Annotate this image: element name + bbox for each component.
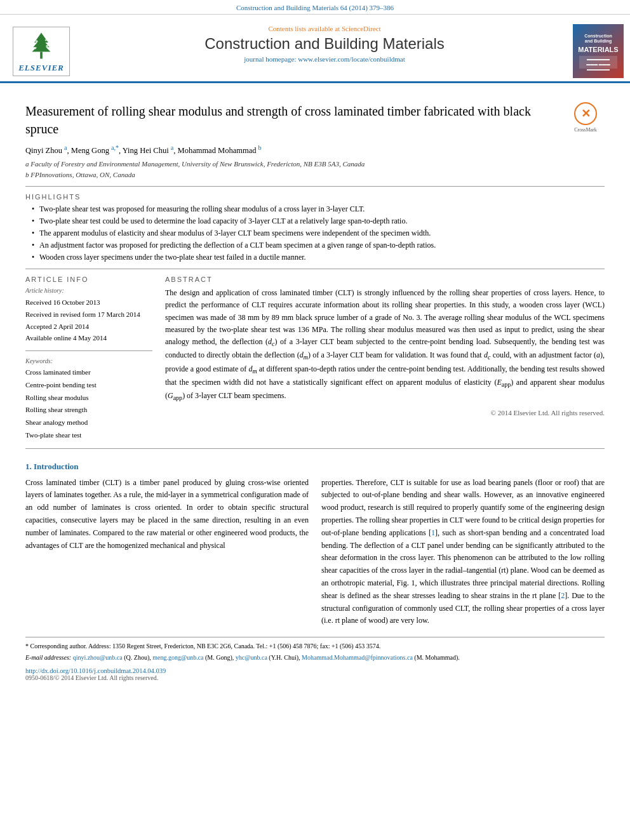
corresponding-footnote: * Corresponding author. Address: 1350 Re… — [25, 641, 605, 651]
highlight-item: Two-plate shear test could be used to de… — [32, 217, 605, 226]
crossmark-circle: ✕ — [574, 102, 597, 125]
citation-text: Construction and Building Materials 64 (… — [236, 4, 394, 11]
abstract-text: The design and application of cross lami… — [165, 287, 605, 404]
article-info: ARTICLE INFO Article history: Received 1… — [25, 276, 152, 442]
authors-line: Qinyi Zhou a, Meng Gong a,*, Ying Hei Ch… — [25, 144, 605, 156]
crossmark-badge: ✕ CrossMark — [566, 102, 605, 134]
date-accepted: Accepted 2 April 2014 — [25, 321, 152, 333]
keyword: Two-plate shear test — [25, 429, 152, 442]
info-abstract-row: ARTICLE INFO Article history: Received 1… — [25, 276, 605, 442]
sciencedirect-link: Contents lists available at ScienceDirec… — [89, 25, 560, 32]
journal-title: Construction and Building Materials — [89, 35, 560, 53]
svg-point-5 — [45, 39, 47, 41]
affiliations: a Faculty of Forestry and Environmental … — [25, 159, 605, 180]
divider-1 — [25, 186, 605, 187]
journal-homepage: journal homepage: www.elsevier.com/locat… — [89, 55, 560, 63]
keyword: Rolling shear modulus — [25, 392, 152, 404]
crossmark-label: CrossMark — [574, 126, 597, 133]
svg-rect-0 — [40, 51, 43, 58]
copyright-text: © 2014 Elsevier Ltd. All rights reserved… — [165, 409, 605, 417]
affiliation-a: a Faculty of Forestry and Environmental … — [25, 159, 605, 170]
issn-line: 0950-0618/© 2014 Elsevier Ltd. All right… — [25, 674, 605, 681]
journal-citation: Construction and Building Materials 64 (… — [0, 0, 630, 15]
abstract-section: ABSTRACT The design and application of c… — [165, 276, 605, 442]
doi-links: http://dx.doi.org/10.1016/j.conbuildmat.… — [25, 667, 605, 674]
crossmark-icon: ✕ — [581, 106, 591, 122]
highlight-item: Wooden cross layer specimens under the t… — [32, 253, 605, 262]
article-title-container: Measurement of rolling shear modulus and… — [25, 102, 605, 138]
cbm-logo-main-text: MATERIALS — [578, 46, 618, 54]
divider-2 — [25, 269, 605, 269]
cbm-logo-top-text: Constructionand Building — [584, 34, 612, 44]
keyword: Centre-point bending test — [25, 379, 152, 392]
elsevier-logo-container: ELSEVIER — [0, 21, 83, 81]
svg-point-4 — [36, 40, 38, 43]
elsevier-wordmark: ELSEVIER — [18, 63, 64, 73]
article-info-title: ARTICLE INFO — [25, 276, 152, 283]
intro-title: 1. Introduction — [25, 462, 605, 472]
email-footnote: E-mail addresses: qinyi.zhou@unb.ca (Q. … — [25, 653, 605, 662]
main-content: Measurement of rolling shear modulus and… — [0, 83, 630, 688]
keyword: Shear analogy method — [25, 417, 152, 429]
highlights-list: Two-plate shear test was proposed for me… — [32, 204, 605, 262]
article-dates: Received 16 October 2013 Received in rev… — [25, 297, 152, 344]
cbm-logo: Constructionand Building MATERIALS ▬▬▬▬▬… — [573, 24, 624, 78]
highlights-title: HIGHLIGHTS — [25, 193, 605, 201]
cbm-logo-container: Constructionand Building MATERIALS ▬▬▬▬▬… — [566, 21, 630, 81]
elsevier-box: ELSEVIER — [13, 27, 70, 76]
history-label: Article history: — [25, 287, 152, 294]
divider-3 — [25, 448, 605, 449]
keyword: Cross laminated timber — [25, 366, 152, 379]
keywords-list: Cross laminated timber Centre-point bend… — [25, 366, 152, 442]
keywords-label: Keywords: — [25, 357, 152, 364]
introduction-section: 1. Introduction Cross laminated timber (… — [25, 462, 605, 628]
affiliation-b: b FPInnovations, Ottawa, ON, Canada — [25, 170, 605, 180]
intro-columns: Cross laminated timber (CLT) is a timber… — [25, 477, 605, 628]
intro-right-col: properties. Therefore, CLT is suitable f… — [321, 477, 605, 628]
header-center: Contents lists available at ScienceDirec… — [83, 21, 566, 81]
intro-left-col: Cross laminated timber (CLT) is a timber… — [25, 477, 309, 628]
highlight-item: The apparent modulus of elasticity and s… — [32, 229, 605, 238]
elsevier-logo: ELSEVIER — [18, 30, 64, 73]
highlight-item: An adjustment factor was proposed for pr… — [32, 241, 605, 250]
highlight-item: Two-plate shear test was proposed for me… — [32, 204, 605, 214]
date-revised: Received in revised form 17 March 2014 — [25, 309, 152, 321]
date-received: Received 16 October 2013 — [25, 297, 152, 309]
svg-point-7 — [46, 44, 48, 47]
date-available: Available online 4 May 2014 — [25, 332, 152, 344]
abstract-title: ABSTRACT — [165, 276, 605, 283]
article-title-text: Measurement of rolling shear modulus and… — [25, 104, 531, 136]
footnotes: * Corresponding author. Address: 1350 Re… — [25, 637, 605, 662]
keyword: Rolling shear strength — [25, 404, 152, 417]
doi-link[interactable]: http://dx.doi.org/10.1016/j.conbuildmat.… — [25, 667, 166, 674]
journal-header: ELSEVIER Contents lists available at Sci… — [0, 15, 630, 83]
svg-point-6 — [35, 47, 37, 49]
divider-info — [25, 350, 152, 351]
elsevier-tree-icon — [22, 30, 60, 62]
